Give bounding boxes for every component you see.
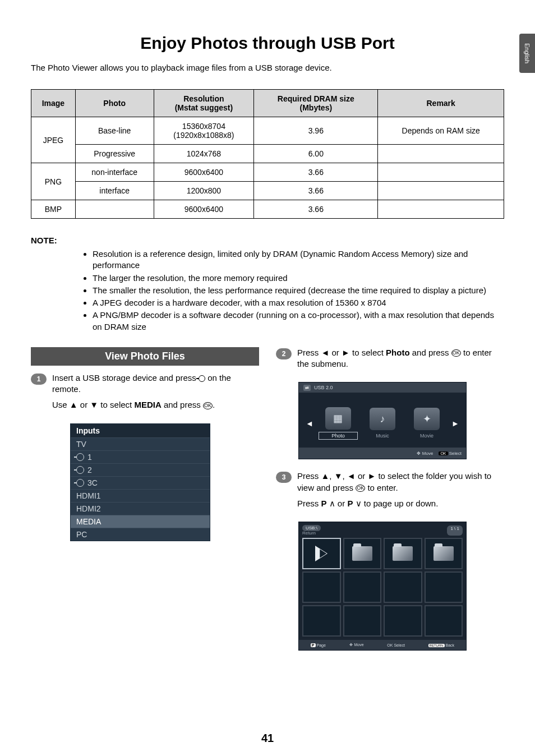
menu-item-hdmi1[interactable]: HDMI1 bbox=[71, 489, 210, 502]
usb-strip: ⇄ USB 2.0 bbox=[299, 382, 466, 393]
grid-cell-empty bbox=[384, 605, 422, 637]
av-icon bbox=[76, 466, 84, 474]
language-tab: English bbox=[519, 34, 535, 73]
usb-label: USB 2.0 bbox=[314, 385, 333, 390]
menu-item-av2[interactable]: 2 bbox=[71, 463, 210, 476]
menu-item-tv[interactable]: TV bbox=[71, 437, 210, 450]
menu-item-hdmi2[interactable]: HDMI2 bbox=[71, 502, 210, 515]
grid-cell-folder[interactable] bbox=[343, 538, 382, 569]
av-icon bbox=[76, 479, 84, 487]
th-dram: Required DRAM size (Mbytes) bbox=[254, 90, 378, 117]
cell: 9600x6400 bbox=[154, 200, 254, 219]
step-badge-1: 1 bbox=[31, 374, 47, 385]
grid-cell-empty bbox=[343, 571, 382, 603]
step3-line1: Press ▲, ▼, ◄ or ► to select the folder … bbox=[297, 471, 504, 494]
cell bbox=[378, 182, 504, 200]
menu-item-media[interactable]: MEDIA bbox=[71, 515, 210, 528]
menu-item-pc[interactable]: PC bbox=[71, 528, 210, 541]
note-label: NOTE: bbox=[31, 236, 504, 245]
media-item-music[interactable]: ♪ Music bbox=[363, 408, 402, 439]
step-1: 1 Insert a USB storage device and press … bbox=[31, 372, 259, 416]
menu-item-av1[interactable]: 1 bbox=[71, 450, 210, 463]
legend-move: Move bbox=[417, 451, 433, 456]
step2-text: Press ◄ or ► to select Photo and press O… bbox=[297, 347, 504, 370]
th-resolution: Resolution (Mstat suggest) bbox=[154, 90, 254, 117]
folder-grid-screen: USB:\ Return 1 \ 1 PPage bbox=[298, 522, 467, 651]
cell bbox=[378, 163, 504, 182]
legend-bar: Move OK Select bbox=[299, 448, 466, 459]
grid-cell-return[interactable] bbox=[302, 538, 341, 569]
ok-icon: OK bbox=[356, 485, 365, 492]
grid-cell-empty bbox=[302, 571, 341, 603]
movie-icon: ✦ bbox=[414, 408, 440, 430]
notes-list: Resolution is a reference design, limite… bbox=[31, 248, 504, 333]
cell: 1024x768 bbox=[154, 145, 254, 163]
section-heading: View Photo Files bbox=[31, 347, 259, 366]
grid-cell-empty bbox=[384, 571, 422, 603]
media-label: Photo bbox=[319, 432, 358, 440]
cell: JPEG bbox=[31, 117, 76, 163]
media-label: Music bbox=[363, 432, 402, 439]
right-arrow-icon[interactable]: ► bbox=[451, 419, 459, 428]
folder-icon bbox=[433, 546, 454, 561]
th-photo: Photo bbox=[75, 90, 154, 117]
grid-legend: PPage Move OK Select RETURNBack bbox=[299, 640, 466, 650]
grid-cell-empty bbox=[343, 605, 382, 637]
step-3: 3 Press ▲, ▼, ◄ or ► to select the folde… bbox=[276, 471, 504, 514]
note-item: A PNG/BMP decoder is a software decoder … bbox=[93, 310, 499, 333]
th-image: Image bbox=[31, 90, 76, 117]
cell: PNG bbox=[31, 163, 76, 200]
cell: 1200x800 bbox=[154, 182, 254, 200]
note-item: The larger the resolution, the more memo… bbox=[93, 273, 499, 284]
page-indicator: 1 \ 1 bbox=[447, 525, 463, 536]
cell: 15360x8704 (1920x8x1088x8) bbox=[154, 117, 254, 145]
media-item-photo[interactable]: ▦ Photo bbox=[319, 407, 358, 440]
grid-cell-empty bbox=[425, 571, 463, 603]
cell bbox=[378, 145, 504, 163]
left-arrow-icon[interactable]: ◄ bbox=[306, 419, 313, 428]
cell bbox=[75, 200, 154, 219]
media-label: Movie bbox=[407, 432, 446, 439]
menu-item-av3c[interactable]: 3C bbox=[71, 476, 210, 489]
cell: 9600x6400 bbox=[154, 163, 254, 182]
grid-cell-folder[interactable] bbox=[384, 538, 422, 569]
cell: interface bbox=[75, 182, 154, 200]
page-number: 41 bbox=[0, 732, 535, 745]
folder-icon bbox=[352, 546, 372, 561]
media-select-screen: ⇄ USB 2.0 ◄ ▦ Photo ♪ Music ✦ Movie ► bbox=[298, 382, 467, 459]
step1-line2: Use ▲ or ▼ to select MEDIA and press OK. bbox=[52, 399, 259, 411]
note-item: Resolution is a reference design, limite… bbox=[93, 248, 499, 271]
folder-icon bbox=[393, 546, 413, 561]
cell: 6.00 bbox=[254, 145, 378, 163]
cell: BMP bbox=[31, 200, 76, 219]
grid-cell-folder[interactable] bbox=[425, 538, 463, 569]
spec-table: Image Photo Resolution (Mstat suggest) R… bbox=[31, 89, 504, 219]
th-remark: Remark bbox=[378, 90, 504, 117]
cell: Base-line bbox=[75, 117, 154, 145]
grid-cell-empty bbox=[302, 605, 341, 637]
note-item: The smaller the resolution, the less per… bbox=[93, 285, 499, 296]
step-badge-2: 2 bbox=[276, 348, 292, 359]
step-2: 2 Press ◄ or ► to select Photo and press… bbox=[276, 347, 504, 375]
step3-line2: Press P ∧ or P ∨ to page up or down. bbox=[297, 498, 504, 509]
usb-icon: ⇄ bbox=[303, 385, 311, 391]
media-item-movie[interactable]: ✦ Movie bbox=[407, 408, 446, 439]
cell: Depends on RAM size bbox=[378, 117, 504, 145]
input-icon bbox=[199, 375, 205, 382]
ok-icon: OK bbox=[203, 402, 213, 409]
photo-icon: ▦ bbox=[325, 407, 351, 430]
note-item: A JPEG decoder is a hardware decoder, wi… bbox=[93, 297, 499, 308]
cell: 3.66 bbox=[254, 200, 378, 219]
cell: 3.96 bbox=[254, 117, 378, 145]
step1-line1: Insert a USB storage device and press on… bbox=[52, 372, 259, 395]
grid-cell-empty bbox=[425, 605, 463, 637]
cell bbox=[378, 200, 504, 219]
cell: 3.66 bbox=[254, 182, 378, 200]
cell: non-interface bbox=[75, 163, 154, 182]
av-icon bbox=[76, 453, 84, 461]
step-badge-3: 3 bbox=[276, 472, 292, 483]
ok-icon: OK bbox=[451, 349, 461, 357]
legend-select: OK Select bbox=[439, 451, 462, 456]
return-arrow-icon bbox=[315, 546, 328, 561]
page-title: Enjoy Photos through USB Port bbox=[31, 34, 504, 53]
